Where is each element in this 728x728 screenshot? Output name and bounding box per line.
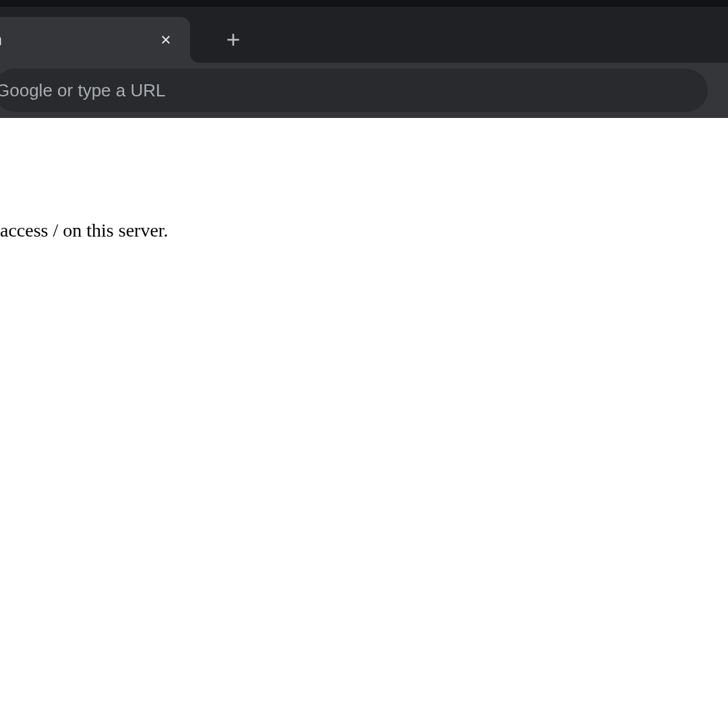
close-icon[interactable]: [155, 29, 177, 51]
browser-chrome-top: n: [0, 0, 728, 63]
error-body-text: access / on this server.: [0, 218, 169, 243]
url-input[interactable]: [0, 80, 692, 101]
tab-strip: n: [0, 7, 728, 63]
titlebar-strip: [0, 0, 728, 7]
browser-toolbar: [0, 63, 728, 118]
new-tab-button[interactable]: [214, 21, 252, 59]
tab-title: n: [0, 31, 2, 49]
browser-tab[interactable]: n: [0, 17, 190, 63]
address-bar[interactable]: [0, 69, 708, 112]
